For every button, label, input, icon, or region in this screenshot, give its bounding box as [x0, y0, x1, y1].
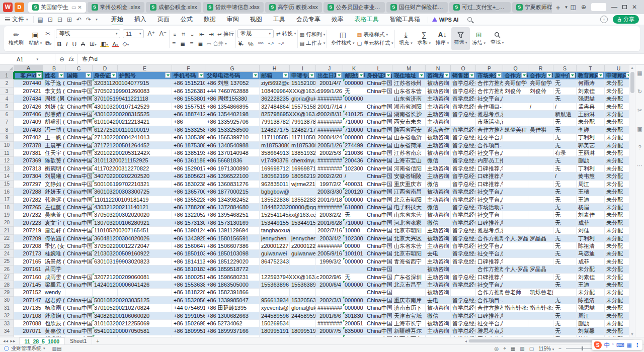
cell[interactable]: jennychen [290, 235, 316, 242]
cell[interactable]: 马恋迪 [577, 250, 605, 257]
cell[interactable]: 无 [553, 281, 577, 289]
cell[interactable]: +86 155363896 [172, 281, 205, 289]
cell[interactable]: 江苏省徐州 [392, 79, 426, 87]
cell[interactable]: 有录 [553, 149, 577, 157]
header-cell[interactable]: 姓名 [43, 72, 65, 79]
cell[interactable]: 刘素佳 [577, 211, 605, 219]
cell[interactable]: 合作方推荐 [476, 79, 503, 87]
cell[interactable]: 169698712 [260, 165, 290, 172]
cell[interactable] [503, 258, 528, 266]
cell[interactable]: +86 1877000215 [205, 188, 260, 196]
cell[interactable]: 153449155 [290, 219, 316, 227]
paste-button[interactable]: ▣ 粘贴 ▾ [26, 27, 44, 50]
cell[interactable]: 曾老师 [503, 289, 528, 296]
close-button[interactable]: ✕ [632, 4, 637, 11]
cell[interactable]: 社交平台,/ [476, 196, 503, 204]
cell[interactable] [503, 142, 528, 149]
cell[interactable]: China中国 [365, 258, 392, 266]
cell[interactable]: 207145 [14, 281, 43, 289]
cell[interactable]: 207369 [14, 157, 43, 164]
cell[interactable]: 被动咨询 [426, 87, 451, 95]
wps-logo-icon[interactable]: W [3, 3, 13, 12]
increase-font-icon[interactable]: A⁺ [146, 30, 155, 38]
cell[interactable]: 未分配 [605, 281, 629, 289]
cell[interactable]: +86 183023888 [172, 181, 205, 188]
cell[interactable]: 陕西省西安 [392, 126, 426, 134]
cell[interactable]: China中国 [365, 157, 392, 164]
cell[interactable] [118, 266, 172, 273]
cell[interactable]: +86 1565399710 [205, 134, 260, 141]
cell[interactable] [316, 266, 343, 273]
cell[interactable]: 留学总经办 [451, 250, 476, 257]
format-painter-button[interactable]: ✏ 格式刷 [6, 27, 26, 50]
filter-dropdown-button[interactable] [570, 72, 575, 78]
cell[interactable]: 无 [553, 204, 577, 211]
cell[interactable]: +86 180995191 [172, 327, 205, 335]
cell[interactable]: +86 1335925706 [205, 118, 260, 126]
menu-active[interactable]: 开始 [106, 14, 129, 25]
cell[interactable]: 周江 [577, 312, 605, 320]
cell[interactable]: 留学总经办 [451, 142, 476, 149]
cell[interactable]: 无 [553, 258, 577, 266]
cell[interactable]: 无 [553, 274, 577, 281]
select-all-corner[interactable] [0, 65, 14, 72]
cell[interactable]: 留学总经办 [451, 274, 476, 281]
cell[interactable]: 370503200302020020 [93, 211, 118, 219]
cell[interactable]: 1999/3/2 [316, 258, 343, 266]
cell[interactable]: 北京大兴区 [392, 235, 426, 242]
align-top-icon[interactable]: ⌅ [171, 30, 178, 38]
cell[interactable]: 18448233200000@qq [260, 204, 290, 211]
cell[interactable]: 蒯劼 [577, 157, 605, 164]
cell[interactable]: 未分配 [605, 134, 629, 141]
cell[interactable]: +86 1354866895 [205, 103, 260, 111]
cell[interactable]: 留学总经办 [451, 312, 476, 320]
cell[interactable]: +86 1395468251 [205, 211, 260, 219]
cut-icon[interactable]: ✂ [44, 30, 52, 38]
cell[interactable]: 未分配 [605, 172, 629, 180]
cell[interactable]: 710000 [343, 126, 365, 134]
cell[interactable] [528, 227, 553, 234]
wps-ai-button[interactable]: WPS AI [428, 17, 463, 23]
filter-dropdown-button[interactable] [36, 72, 42, 78]
cell[interactable]: 000000 [343, 79, 365, 87]
cell[interactable]: 被动咨询 [426, 266, 451, 273]
cell[interactable]: 124827175 [290, 126, 316, 134]
cell[interactable]: 2001/7/14 [316, 103, 343, 111]
cell[interactable]: 留学总经办 [451, 235, 476, 242]
cell[interactable]: 000000 [343, 304, 365, 312]
cell[interactable]: +86 1360831276 [205, 181, 260, 188]
tab-list-chevron-icon[interactable]: ▼ [565, 5, 569, 10]
cell[interactable]: China中国 [365, 87, 392, 95]
cell[interactable]: 未分配 [605, 312, 629, 320]
cell[interactable]: +86 130539830 [172, 134, 205, 141]
cell[interactable]: 主动咨询 [426, 142, 451, 149]
cell[interactable]: China中国 [65, 142, 93, 149]
cell[interactable]: 799138782 [290, 118, 316, 126]
cell[interactable]: China中国 [365, 181, 392, 188]
ime-mic-icon[interactable]: ʻ [612, 342, 614, 348]
cell[interactable]: 安徽省铜陵 [392, 172, 426, 180]
cell[interactable] [316, 289, 343, 296]
cell[interactable]: China中国 [65, 297, 93, 304]
cell[interactable]: China中国 [65, 227, 93, 234]
cell[interactable]: 138519326 [290, 149, 316, 157]
document-tab[interactable]: S宁夏教师样本.xlsx [512, 2, 552, 13]
cell[interactable]: 207108 [14, 312, 43, 320]
cell[interactable]: 王瑞 [577, 188, 605, 196]
cell[interactable]: 刘俊伶 [503, 87, 528, 95]
cell[interactable]: 无 [553, 304, 577, 312]
cell[interactable]: China中国 [65, 204, 93, 211]
cell[interactable]: 310103200212255069 [93, 320, 118, 327]
cell[interactable] [553, 289, 577, 296]
cell[interactable]: 799138782 [260, 118, 290, 126]
cell[interactable]: 北京市朝阳 [392, 227, 426, 234]
cell[interactable]: 被动咨询 [426, 149, 451, 157]
cell[interactable]: 180562199 [260, 172, 290, 180]
cell[interactable]: 冯一博 (男) [43, 126, 65, 134]
cell[interactable]: 主动咨询 [426, 165, 451, 172]
row-header[interactable]: 4 [0, 95, 14, 103]
cell[interactable]: 口碑推荐,学 [476, 274, 503, 281]
cell[interactable]: 180562199 [290, 172, 316, 180]
cell[interactable]: 207406 [14, 111, 43, 118]
cell[interactable] [290, 188, 316, 196]
